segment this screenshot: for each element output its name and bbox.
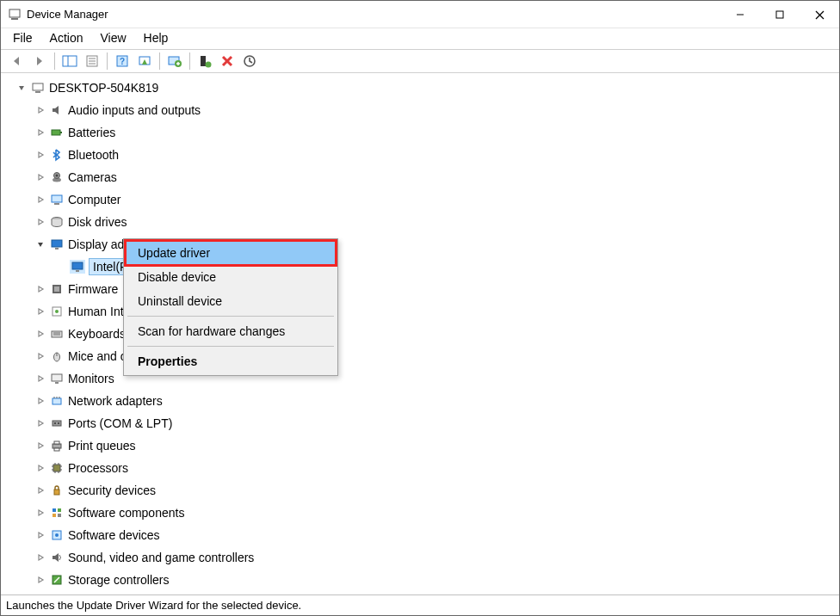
tree-category[interactable]: Network adapters — [4, 390, 836, 412]
title-bar: Device Manager — [1, 1, 839, 28]
maximize-button[interactable] — [760, 1, 800, 28]
tree-category-label: Bluetooth — [68, 148, 119, 162]
tree-category[interactable]: Bluetooth — [4, 144, 836, 166]
context-menu-item[interactable]: Scan for hardware changes — [126, 319, 336, 343]
svg-rect-51 — [52, 421, 61, 426]
cpu-icon — [49, 461, 65, 475]
port-icon — [49, 416, 65, 430]
tree-category-label: Batteries — [68, 126, 115, 139]
expand-icon[interactable] — [35, 285, 46, 293]
softcomp-icon — [49, 506, 65, 520]
context-menu-item[interactable]: Update driver — [126, 241, 336, 265]
expand-icon[interactable] — [35, 374, 46, 383]
tree-category-label: Ports (COM & LPT) — [68, 416, 172, 430]
network-icon — [49, 394, 65, 408]
tree-category-label: Software devices — [68, 528, 160, 542]
expand-icon[interactable] — [35, 352, 46, 360]
storage-icon — [49, 573, 65, 587]
tree-category[interactable]: Disk drives — [4, 211, 836, 233]
forward-button[interactable] — [29, 52, 50, 71]
expand-icon[interactable] — [35, 508, 46, 517]
svg-rect-6 — [63, 56, 77, 66]
expand-icon[interactable] — [35, 464, 46, 472]
menu-action[interactable]: Action — [50, 31, 83, 45]
disk-icon — [49, 215, 65, 229]
sound-icon — [49, 551, 65, 564]
expand-icon[interactable] — [35, 218, 46, 226]
mouse-icon — [49, 349, 65, 363]
tree-category[interactable]: Batteries — [4, 121, 836, 144]
collapse-icon[interactable] — [35, 240, 46, 249]
tree-category[interactable]: Computer — [4, 188, 836, 211]
expand-icon[interactable] — [35, 397, 46, 405]
expand-icon[interactable] — [35, 330, 46, 338]
expand-icon[interactable] — [35, 128, 46, 137]
expand-icon[interactable] — [35, 195, 46, 204]
context-menu-item[interactable]: Uninstall device — [126, 289, 336, 313]
show-hide-console-button[interactable] — [59, 52, 80, 71]
tree-category[interactable]: Cameras — [4, 166, 836, 188]
menu-view[interactable]: View — [100, 31, 126, 45]
svg-point-72 — [55, 533, 59, 537]
update-driver-toolbar-button[interactable] — [164, 52, 185, 71]
bluetooth-icon — [49, 148, 65, 162]
expand-icon[interactable] — [35, 307, 46, 316]
window-title: Device Manager — [27, 8, 108, 21]
expand-icon[interactable] — [35, 441, 46, 450]
monitor-icon — [49, 372, 65, 385]
scan-hardware-toolbar-button[interactable] — [239, 52, 260, 71]
tree-category-label: Keyboards — [68, 327, 126, 341]
display-icon — [49, 237, 65, 251]
expand-icon[interactable] — [35, 486, 46, 495]
svg-point-18 — [206, 62, 212, 68]
tree-category[interactable]: Sound, video and game controllers — [4, 546, 836, 569]
minimize-button[interactable] — [720, 1, 760, 28]
enable-device-toolbar-button[interactable] — [195, 52, 215, 71]
tree-category[interactable]: Ports (COM & LPT) — [4, 412, 836, 434]
menu-help[interactable]: Help — [144, 31, 169, 45]
uninstall-device-toolbar-button[interactable] — [217, 52, 238, 71]
toolbar-sep — [107, 52, 108, 70]
tree-category[interactable]: Storage controllers — [4, 569, 836, 591]
status-text: Launches the Update Driver Wizard for th… — [6, 599, 301, 612]
collapse-icon[interactable] — [16, 83, 27, 92]
expand-icon[interactable] — [35, 531, 46, 539]
expand-icon[interactable] — [35, 106, 46, 114]
security-icon — [49, 484, 65, 497]
svg-rect-17 — [201, 56, 206, 66]
back-button[interactable] — [7, 52, 28, 71]
battery-icon — [49, 126, 65, 139]
device-tree[interactable]: DESKTOP-504K819 Audio inputs and outputs… — [1, 73, 839, 591]
tree-category-label: Computer — [68, 193, 120, 206]
tree-category[interactable]: Audio inputs and outputs — [4, 99, 836, 121]
context-menu-item[interactable]: Properties — [126, 349, 336, 373]
menu-file[interactable]: File — [13, 31, 33, 45]
expand-icon[interactable] — [35, 553, 46, 562]
tree-category[interactable]: Software components — [4, 502, 836, 524]
expand-icon[interactable] — [35, 576, 46, 584]
help-toolbar-button[interactable]: ? — [112, 52, 133, 71]
svg-rect-33 — [55, 248, 59, 249]
expand-icon[interactable] — [35, 151, 46, 159]
svg-rect-68 — [58, 508, 61, 512]
expand-icon[interactable] — [35, 419, 46, 428]
tree-root[interactable]: DESKTOP-504K819 — [4, 77, 836, 99]
tree-category[interactable]: Print queues — [4, 434, 836, 457]
printer-icon — [49, 439, 65, 453]
tree-category[interactable]: Software devices — [4, 524, 836, 546]
expand-icon[interactable] — [35, 173, 46, 182]
svg-rect-1 — [11, 18, 18, 20]
toolbar: ? — [1, 49, 839, 73]
tree-category[interactable]: Processors — [4, 457, 836, 479]
close-button[interactable] — [800, 1, 839, 28]
scan-toolbar-button[interactable] — [134, 52, 155, 71]
tree-category[interactable]: Security devices — [4, 479, 836, 502]
svg-rect-32 — [52, 240, 62, 247]
svg-rect-67 — [52, 508, 56, 512]
computer-icon — [49, 193, 65, 206]
properties-toolbar-button[interactable] — [82, 52, 102, 71]
svg-rect-29 — [52, 195, 62, 202]
svg-rect-34 — [72, 262, 83, 269]
svg-point-53 — [58, 422, 59, 424]
context-menu-item[interactable]: Disable device — [126, 265, 336, 289]
